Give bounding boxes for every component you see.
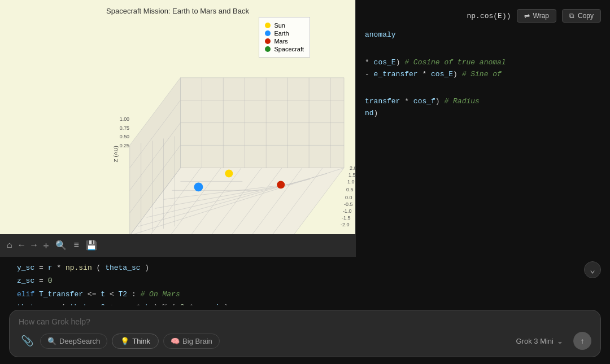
mars-point [277, 181, 285, 188]
svg-text:1.5: 1.5 [348, 172, 355, 178]
configure-icon[interactable]: ≡ [73, 240, 79, 251]
pan-icon[interactable]: ✛ [43, 240, 49, 251]
wrap-icon: ⇌ [524, 12, 530, 20]
forward-nav-icon[interactable]: → [31, 240, 37, 251]
earth-point [194, 182, 203, 191]
code-line-3: - e_transfer * cos_E) # Sine of [365, 69, 601, 81]
search-icon: 🔍 [47, 337, 56, 345]
back-nav-icon[interactable]: ← [19, 240, 25, 251]
svg-text:0.5: 0.5 [346, 187, 353, 192]
svg-text:1.0: 1.0 [347, 179, 354, 185]
input-toolbar: 📎 🔍 DeepSearch 💡 Think 🧠 Big Brain [19, 332, 591, 350]
svg-text:0.75: 0.75 [120, 125, 129, 131]
code-inline-expression: np.cos(E)) [467, 12, 511, 20]
svg-text:Z (AU): Z (AU) [112, 146, 119, 162]
code-panel: np.cos(E)) ⇌ Wrap ⧉ Copy anomaly * cos_E… [356, 0, 610, 257]
attach-button[interactable]: 📎 [19, 335, 36, 347]
code-cont-line-1: y_sc = r * np.sin ( theta_sc ) [17, 261, 593, 274]
send-button[interactable]: ↑ [573, 332, 591, 350]
chevron-down-icon: ⌄ [590, 264, 595, 275]
code-line-5: nd) [365, 108, 601, 120]
svg-text:-0.5: -0.5 [344, 201, 352, 207]
plot-toolbar: ⌂ ← → ✛ 🔍 ≡ 💾 [0, 234, 356, 257]
big-brain-button[interactable]: 🧠 Big Brain [163, 334, 220, 349]
svg-text:1.00: 1.00 [120, 116, 129, 122]
deep-search-button[interactable]: 🔍 DeepSearch [40, 334, 107, 349]
wrap-button[interactable]: ⇌ Wrap [517, 9, 556, 23]
paperclip-icon: 📎 [21, 335, 33, 347]
bottom-section: y_sc = r * np.sin ( theta_sc ) z_sc = 0 … [0, 257, 610, 364]
sun-point [225, 169, 233, 177]
svg-text:2.0: 2.0 [350, 165, 355, 171]
plot-panel: Spacecraft Mission: Earth to Mars and Ba… [0, 0, 356, 257]
plot-svg: X (AU) Y (AU) Z (AU) -2.0 -1.5 -1.0 -0.5… [0, 11, 355, 268]
send-icon: ↑ [581, 337, 585, 345]
code-cont-line-3: elif T_transfer <= t < T2 : # On Mars [17, 288, 593, 301]
chevron-down-icon: ⌄ [557, 337, 563, 345]
zoom-icon[interactable]: 🔍 [55, 240, 67, 251]
input-bar: How can Grok help? 📎 🔍 DeepSearch 💡 Thin… [9, 310, 601, 357]
code-line-1: anomaly [365, 29, 601, 41]
svg-text:-2.0: -2.0 [341, 222, 349, 227]
code-line-2: * cos_E) # Cosine of true anomal [365, 57, 601, 69]
copy-button[interactable]: ⧉ Copy [562, 9, 601, 23]
input-actions-left: 📎 🔍 DeepSearch 💡 Think 🧠 Big Brain [19, 334, 220, 349]
svg-text:0.50: 0.50 [120, 134, 129, 140]
expand-button[interactable]: ⌄ [584, 261, 601, 278]
code-text-block: anomaly * cos_E) # Cosine of true anomal… [365, 29, 601, 120]
main-content: Spacecraft Mission: Earth to Mars and Ba… [0, 0, 610, 364]
save-icon[interactable]: 💾 [86, 240, 97, 251]
model-selector-button[interactable]: Grok 3 Mini ⌄ [512, 335, 568, 348]
input-placeholder[interactable]: How can Grok help? [19, 317, 591, 326]
input-bar-container: How can Grok help? 📎 🔍 DeepSearch 💡 Thin… [0, 305, 610, 364]
code-line-4: transfer * cos_f) # Radius [365, 96, 601, 108]
svg-text:-1.0: -1.0 [343, 208, 351, 214]
svg-text:-1.5: -1.5 [342, 215, 350, 221]
svg-text:0.25: 0.25 [120, 143, 129, 148]
code-cont-line-2: z_sc = 0 [17, 274, 593, 287]
lightbulb-icon: 💡 [120, 337, 129, 345]
copy-icon: ⧉ [569, 12, 574, 20]
brain-icon: 🧠 [171, 337, 180, 345]
model-name: Grok 3 Mini [516, 337, 554, 345]
input-actions-right: Grok 3 Mini ⌄ ↑ [512, 332, 591, 350]
home-icon[interactable]: ⌂ [7, 240, 12, 251]
svg-text:0.0: 0.0 [345, 195, 352, 200]
code-header: np.cos(E)) ⇌ Wrap ⧉ Copy [365, 9, 601, 23]
think-button[interactable]: 💡 Think [112, 334, 159, 349]
